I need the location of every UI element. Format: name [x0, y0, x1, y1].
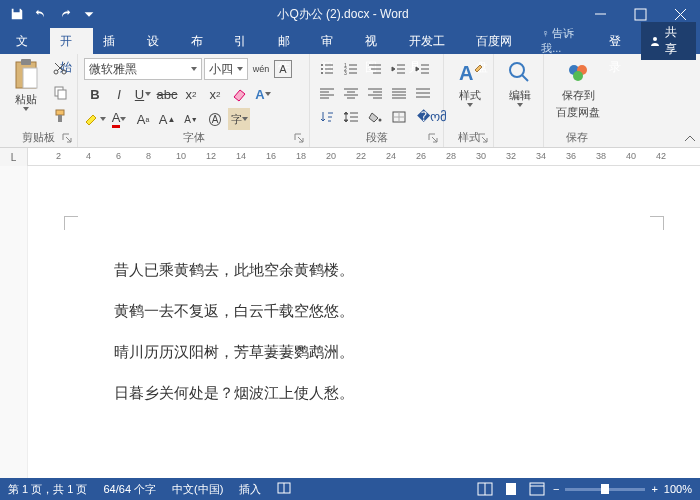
shrink-font-button[interactable]: A▼: [180, 108, 202, 130]
tab-insert[interactable]: 插入: [93, 28, 137, 54]
page-viewport[interactable]: 昔人已乘黄鹤去，此地空余黄鹤楼。 黄鹤一去不复返，白云千载空悠悠。 晴川历历汉阳…: [28, 166, 700, 478]
chevron-up-icon: [684, 135, 696, 143]
login-button[interactable]: 登录: [601, 28, 640, 54]
char-shading-button[interactable]: Aa: [132, 108, 154, 130]
document-text[interactable]: 昔人已乘黄鹤去，此地空余黄鹤楼。 黄鹤一去不复返，白云千载空悠悠。 晴川历历汉阳…: [64, 178, 664, 412]
text-line[interactable]: 昔人已乘黄鹤去，此地空余黄鹤楼。: [114, 250, 614, 289]
phonetic-guide-button[interactable]: wén: [250, 58, 272, 80]
format-painter-button[interactable]: [49, 106, 71, 126]
shading-button[interactable]: [364, 106, 386, 128]
borders-button[interactable]: [388, 106, 410, 128]
styles-button[interactable]: A 样式: [450, 58, 490, 107]
collapse-ribbon-button[interactable]: [680, 54, 700, 147]
view-read-button[interactable]: [475, 481, 495, 497]
vertical-ruler[interactable]: [0, 166, 28, 478]
font-size-selector[interactable]: 小四: [204, 58, 248, 80]
grow-font-button[interactable]: A▲: [156, 108, 178, 130]
save-icon[interactable]: [6, 3, 28, 25]
tell-me[interactable]: ♀ 告诉我...: [533, 26, 601, 56]
font-launcher[interactable]: [294, 132, 306, 144]
tab-baidu[interactable]: 百度网盘: [466, 28, 533, 54]
tab-devtools[interactable]: 开发工具: [399, 28, 466, 54]
subscript-button[interactable]: x2: [180, 83, 202, 105]
ruler-mark: 36: [566, 151, 576, 161]
status-accessibility[interactable]: [277, 481, 291, 497]
tab-view[interactable]: 视图: [355, 28, 399, 54]
enclose-char-button[interactable]: A: [204, 108, 226, 130]
save-to-baidu-button[interactable]: 保存到 百度网盘: [550, 58, 606, 120]
ribbon: 粘贴 剪贴板 微软雅黑 小四 wén A B I U abc x2 x2: [0, 54, 700, 148]
ruler-corner[interactable]: L: [0, 148, 28, 166]
tab-home[interactable]: 开始: [50, 28, 94, 54]
numbering-button[interactable]: 123: [340, 58, 362, 80]
line-spacing-button[interactable]: [340, 106, 362, 128]
underline-button[interactable]: U: [132, 83, 154, 105]
book-icon: [277, 481, 291, 495]
editing-button[interactable]: 编辑: [500, 58, 540, 107]
copy-button[interactable]: [49, 82, 71, 102]
character-border-button[interactable]: A: [274, 60, 292, 78]
sort-button[interactable]: [316, 106, 338, 128]
text-line[interactable]: 晴川历历汉阳树，芳草萋萋鹦鹉洲。: [114, 332, 614, 371]
paragraph-launcher[interactable]: [428, 132, 440, 144]
tab-review[interactable]: 审阅: [311, 28, 355, 54]
tab-references[interactable]: 引用: [224, 28, 268, 54]
clipboard-launcher[interactable]: [62, 132, 74, 144]
italic-button[interactable]: I: [108, 83, 130, 105]
strikethrough-button[interactable]: abc: [156, 83, 178, 105]
styles-icon: A: [457, 60, 483, 86]
zoom-level[interactable]: 100%: [664, 483, 692, 495]
paste-button[interactable]: 粘贴: [6, 58, 45, 126]
zoom-out-button[interactable]: −: [553, 483, 559, 495]
pilcrow-icon: �ომ: [417, 110, 429, 124]
brush-icon: [53, 109, 67, 123]
ruler-mark: 14: [236, 151, 246, 161]
zoom-slider[interactable]: [565, 488, 645, 491]
status-wordcount[interactable]: 64/64 个字: [103, 482, 156, 497]
zoom-in-button[interactable]: +: [651, 483, 657, 495]
superscript-button[interactable]: x2: [204, 83, 226, 105]
cut-button[interactable]: [49, 58, 71, 78]
tab-mailings[interactable]: 邮件: [268, 28, 312, 54]
view-web-button[interactable]: [527, 481, 547, 497]
font-color-button[interactable]: A: [108, 108, 130, 130]
status-language[interactable]: 中文(中国): [172, 482, 223, 497]
text-line[interactable]: 黄鹤一去不复返，白云千载空悠悠。: [114, 291, 614, 330]
text-effects-button[interactable]: A: [252, 83, 274, 105]
bold-button[interactable]: B: [84, 83, 106, 105]
align-center-button[interactable]: [340, 82, 362, 104]
font-name-selector[interactable]: 微软雅黑: [84, 58, 202, 80]
ruler-mark: 26: [416, 151, 426, 161]
align-left-icon: [320, 87, 334, 99]
redo-icon[interactable]: [54, 3, 76, 25]
show-marks-button[interactable]: �ომ: [412, 106, 434, 128]
status-page[interactable]: 第 1 页，共 1 页: [8, 482, 87, 497]
zoom-thumb[interactable]: [601, 484, 609, 494]
qat-customize-icon[interactable]: [78, 3, 100, 25]
align-left-button[interactable]: [316, 82, 338, 104]
change-case-button[interactable]: 字: [228, 108, 250, 130]
status-insert-mode[interactable]: 插入: [239, 482, 261, 497]
styles-launcher[interactable]: [478, 132, 490, 144]
web-layout-icon: [530, 483, 544, 495]
statusbar: 第 1 页，共 1 页 64/64 个字 中文(中国) 插入 − + 100%: [0, 478, 700, 500]
highlight-button[interactable]: [84, 108, 106, 130]
align-right-button[interactable]: [364, 82, 386, 104]
distribute-button[interactable]: [412, 82, 434, 104]
scissors-icon: [53, 61, 67, 75]
justify-button[interactable]: [388, 82, 410, 104]
horizontal-ruler[interactable]: 24681012141618202224262830323436384042: [28, 148, 700, 165]
tab-file[interactable]: 文件: [6, 28, 50, 54]
undo-icon[interactable]: [30, 3, 52, 25]
view-print-button[interactable]: [501, 481, 521, 497]
list-multilevel-icon: [368, 63, 382, 75]
text-line[interactable]: 日暮乡关何处是？烟波江上使人愁。: [114, 373, 614, 412]
print-layout-icon: [504, 483, 518, 495]
tab-design[interactable]: 设计: [137, 28, 181, 54]
tab-layout[interactable]: 布局: [181, 28, 225, 54]
bullets-button[interactable]: [316, 58, 338, 80]
decrease-indent-button[interactable]: [388, 58, 410, 80]
multilevel-list-button[interactable]: [364, 58, 386, 80]
clear-format-button[interactable]: [228, 83, 250, 105]
increase-indent-button[interactable]: [412, 58, 434, 80]
